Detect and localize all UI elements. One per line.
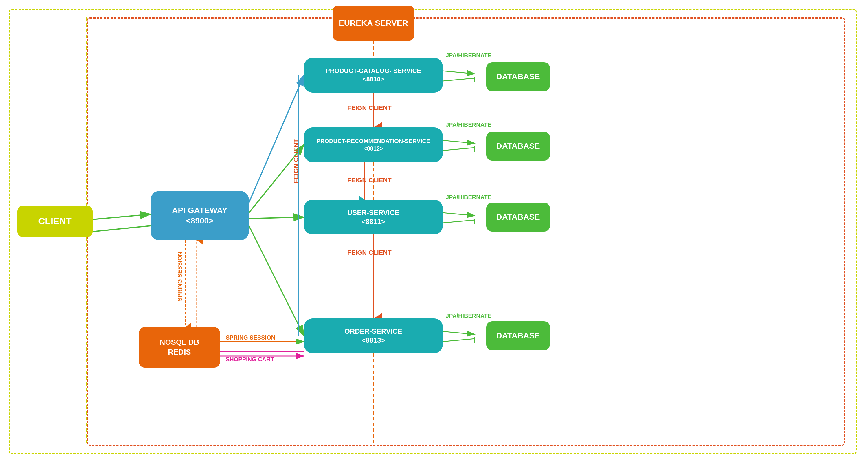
svg-line-19 <box>249 226 304 336</box>
product-catalog-service-node: PRODUCT-CATALOG- SERVICE<8810> <box>304 58 443 93</box>
svg-line-32 <box>443 213 475 216</box>
user-service-node: USER-SERVICE<8811> <box>304 200 443 235</box>
database-node-1: DATABASE <box>486 62 550 91</box>
svg-line-18 <box>249 217 304 219</box>
svg-line-24 <box>443 71 475 74</box>
database-node-4: DATABASE <box>486 321 550 350</box>
eureka-server-label: EUREKA SERVER <box>339 18 408 28</box>
diagram-container: EUREKA SERVER CLIENT API GATEWAY<8900> N… <box>0 0 868 464</box>
jpa-hibernate-label-2: JPA/HIBERNATE <box>446 122 492 128</box>
nosql-redis-label: NOSQL DBREDIS <box>160 338 199 357</box>
jpa-hibernate-label-1: JPA/HIBERNATE <box>446 52 492 59</box>
svg-line-15 <box>93 226 151 231</box>
svg-line-29 <box>443 148 475 151</box>
spring-session-horizontal-label: SPRING SESSION <box>226 334 275 341</box>
nosql-redis-node: NOSQL DBREDIS <box>139 327 220 368</box>
feign-client-label-3: FEIGN CLIENT <box>347 249 392 256</box>
feign-client-vertical-label: FEIGN CLIENT <box>292 139 300 183</box>
svg-line-28 <box>443 141 475 143</box>
svg-line-36 <box>443 332 475 334</box>
user-service-label: USER-SERVICE<8811> <box>347 208 399 226</box>
svg-line-33 <box>443 220 475 223</box>
api-gateway-label: API GATEWAY<8900> <box>172 205 227 226</box>
feign-client-label-1: FEIGN CLIENT <box>347 104 392 112</box>
jpa-hibernate-label-4: JPA/HIBERNATE <box>446 313 492 319</box>
api-gateway-node: API GATEWAY<8900> <box>151 191 249 240</box>
client-label: CLIENT <box>38 215 72 227</box>
spring-session-vertical-label: SPRING SESSION <box>177 252 183 301</box>
eureka-server-node: EUREKA SERVER <box>333 6 414 40</box>
product-recommendation-label: PRODUCT-RECOMMENDATION-SERVICE<8812> <box>317 137 430 152</box>
database-label-4: DATABASE <box>496 331 540 340</box>
jpa-hibernate-label-3: JPA/HIBERNATE <box>446 194 492 200</box>
shopping-cart-label: SHOPPING CART <box>226 356 274 363</box>
order-service-label: ORDER-SERVICE<8813> <box>344 327 402 345</box>
database-label-3: DATABASE <box>496 213 540 222</box>
database-label-2: DATABASE <box>496 142 540 151</box>
product-catalog-label: PRODUCT-CATALOG- SERVICE<8810> <box>326 67 421 83</box>
database-node-3: DATABASE <box>486 203 550 231</box>
order-service-node: ORDER-SERVICE<8813> <box>304 318 443 353</box>
client-node: CLIENT <box>18 206 93 237</box>
database-label-1: DATABASE <box>496 72 540 81</box>
svg-line-37 <box>443 339 475 342</box>
feign-client-label-2: FEIGN CLIENT <box>347 177 392 184</box>
svg-line-25 <box>443 78 475 81</box>
product-recommendation-service-node: PRODUCT-RECOMMENDATION-SERVICE<8812> <box>304 127 443 162</box>
database-node-2: DATABASE <box>486 132 550 161</box>
svg-line-14 <box>93 214 151 219</box>
